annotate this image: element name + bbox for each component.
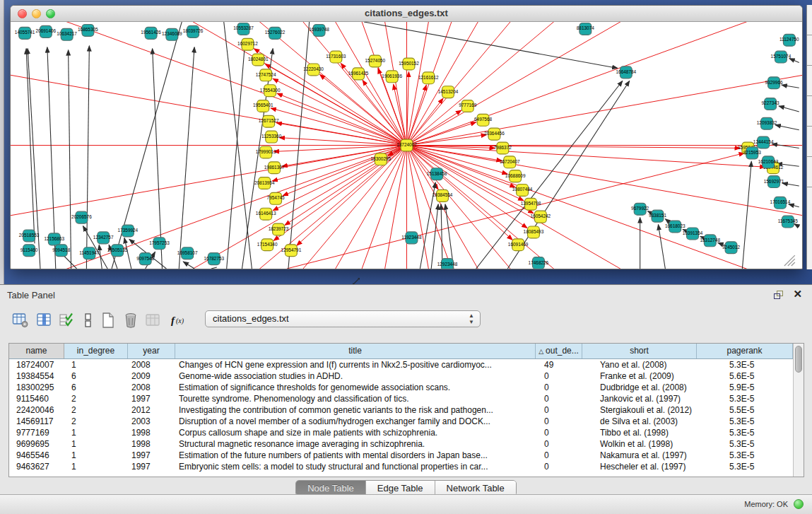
network-node[interactable]: 17016514 [770, 197, 791, 209]
table-cell[interactable]: Corpus callosum shape and size in male p… [175, 427, 536, 438]
table-cell[interactable]: Embryonic stem cells: a model to study s… [175, 461, 536, 472]
vertical-scrollbar[interactable] [793, 344, 804, 477]
table-cell[interactable]: 5.3E-5 [697, 427, 793, 438]
network-view[interactable]: 18724007 16029712 18024801 12747524 1755… [11, 22, 802, 269]
network-node[interactable]: 16029712 [237, 38, 258, 50]
table-cell[interactable]: Changes of HCN gene expression and I(f) … [175, 359, 536, 370]
network-node[interactable]: 19384554 [433, 189, 453, 201]
citation-edge[interactable] [782, 183, 799, 186]
network-node[interactable]: 17957253 [149, 238, 170, 250]
table-cell[interactable]: Dudbridge et al. (2008) [582, 382, 697, 393]
network-node[interactable]: 18085493 [524, 226, 544, 238]
table-cell[interactable]: 5.3E-5 [697, 359, 793, 370]
table-cell[interactable]: 22420046 [9, 404, 64, 416]
network-node[interactable]: 20691406 [36, 25, 57, 37]
citation-edge[interactable] [406, 146, 765, 168]
network-node[interactable]: 10807484 [512, 185, 533, 197]
network-node[interactable]: 19061936 [382, 71, 402, 83]
network-node[interactable]: 17468226 [529, 257, 549, 269]
citation-edge[interactable] [322, 146, 407, 269]
import-table-button[interactable] [143, 309, 164, 332]
table-cell[interactable]: 5.3E-5 [697, 450, 793, 461]
table-cell[interactable]: Structural magnetic resonance image aver… [175, 438, 536, 450]
citation-edge[interactable] [271, 108, 406, 146]
network-node[interactable]: 12342757 [93, 232, 114, 244]
network-node[interactable]: 6497568 [474, 114, 492, 126]
network-node[interactable]: 17154340 [257, 239, 278, 251]
network-node[interactable]: 15950152 [399, 58, 419, 70]
citation-edge[interactable] [183, 262, 194, 269]
network-node[interactable]: 9329966 [765, 77, 782, 89]
tab-node-table[interactable]: Node Table [296, 481, 366, 496]
table-cell[interactable]: Hescheler et al. (1997) [582, 461, 697, 472]
citation-edge[interactable] [406, 146, 802, 269]
table-cell[interactable]: 0 [536, 393, 582, 404]
table-row[interactable]: 946554611997Estimation of the future num… [9, 450, 793, 461]
network-node[interactable]: 12671527 [259, 115, 279, 127]
network-node[interactable]: 12923448 [437, 259, 458, 269]
network-node[interactable]: 16720407 [500, 156, 520, 168]
network-node[interactable]: 16939748 [309, 24, 329, 36]
column-header-short[interactable]: short [582, 344, 697, 358]
table-cell[interactable]: 1997 [128, 393, 175, 404]
citation-edge[interactable] [283, 146, 406, 196]
network-node[interactable]: 9338151 [649, 210, 666, 222]
network-node[interactable]: 16782753 [204, 253, 225, 265]
table-cell[interactable]: 2008 [128, 359, 175, 370]
network-node[interactable]: 15751074 [771, 51, 792, 63]
select-all-button[interactable] [57, 309, 78, 332]
network-node[interactable]: 11923448 [401, 232, 422, 244]
citation-edge[interactable] [69, 50, 71, 269]
citation-edge[interactable] [406, 146, 507, 175]
table-cell[interactable]: Disruption of a novel member of a sodium… [175, 416, 536, 427]
column-header-name[interactable]: name [9, 344, 64, 358]
table-cell[interactable]: Estimation of the future numbers of pati… [175, 450, 536, 461]
network-node[interactable]: 12747524 [256, 69, 276, 81]
table-row[interactable]: 1938455462009Genome-wide association stu… [9, 370, 793, 382]
citation-edge[interactable] [406, 146, 802, 269]
table-cell[interactable]: 1 [64, 450, 128, 461]
network-node[interactable]: 18239723 [269, 223, 289, 235]
column-header-in_degree[interactable]: in_degree [64, 344, 128, 358]
network-node[interactable]: 20364456 [484, 128, 505, 140]
table-cell[interactable]: 2008 [128, 382, 175, 393]
table-row[interactable]: 1456911722003Disruption of a novel membe… [9, 416, 793, 427]
scrollbar-thumb[interactable] [795, 346, 802, 373]
network-node[interactable]: 11124750 [779, 34, 799, 46]
citation-edge[interactable] [507, 81, 630, 269]
table-cell[interactable]: 1 [64, 461, 128, 472]
citation-edge[interactable] [277, 93, 406, 145]
table-cell[interactable]: 5.3E-5 [697, 438, 793, 450]
table-cell[interactable]: 1997 [128, 450, 175, 461]
citation-edge[interactable] [658, 225, 665, 269]
table-cell[interactable]: 2012 [128, 404, 175, 416]
network-node[interactable]: 12093832 [757, 117, 777, 129]
close-panel-icon[interactable]: ✕ [793, 288, 802, 300]
network-node[interactable]: 17359924 [118, 225, 139, 237]
column-visibility-button[interactable] [34, 309, 55, 332]
network-node[interactable]: 9097548 [136, 253, 154, 265]
table-cell[interactable]: 0 [536, 370, 582, 382]
network-node[interactable]: 9227343 [762, 98, 779, 110]
network-node[interactable]: 10688609 [505, 170, 526, 182]
table-cell[interactable]: 1 [64, 359, 128, 370]
network-node[interactable]: 14513204 [438, 86, 459, 98]
network-node[interactable]: 11675345 [778, 216, 799, 228]
network-node[interactable]: 15274050 [365, 55, 386, 67]
table-cell[interactable]: Wolkin et al. (1998) [582, 438, 697, 450]
table-cell[interactable]: 1 [64, 427, 128, 438]
network-node[interactable]: 12161612 [418, 72, 439, 84]
citation-edge[interactable] [363, 80, 406, 145]
network-node[interactable]: 19861307 [264, 162, 285, 174]
tab-network-table[interactable]: Network Table [435, 481, 516, 496]
table-cell[interactable]: 49 [536, 359, 582, 370]
network-node[interactable]: 8813074 [577, 23, 594, 35]
table-select-dropdown[interactable]: citations_edges.txt ▲▼ [205, 310, 481, 327]
citation-edge[interactable] [794, 224, 799, 227]
table-cell[interactable]: Nakamura et al. (1997) [582, 450, 697, 461]
citation-edge[interactable] [406, 146, 512, 240]
network-node[interactable]: 12954791 [281, 245, 302, 257]
network-node[interactable]: 18312748 [700, 235, 720, 247]
network-node[interactable]: 20813954 [254, 177, 275, 189]
table-row[interactable]: 977716911998Corpus callosum shape and si… [9, 427, 793, 438]
